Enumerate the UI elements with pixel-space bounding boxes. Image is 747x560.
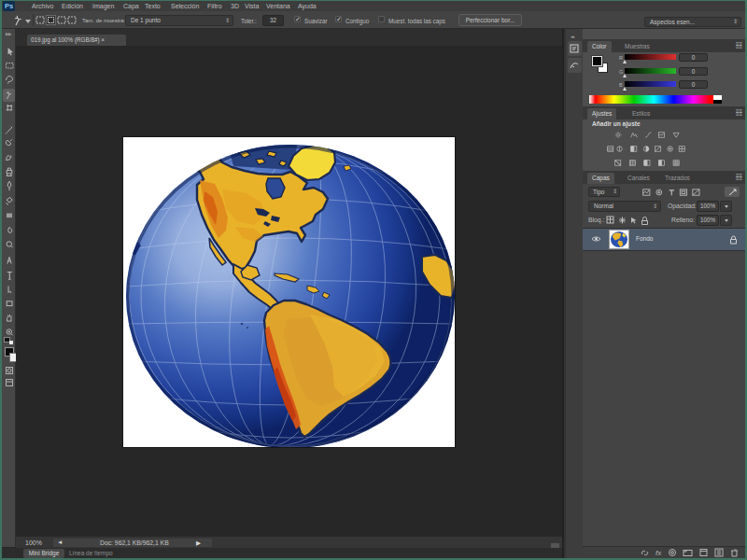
svg-text:fx: fx <box>655 549 662 557</box>
